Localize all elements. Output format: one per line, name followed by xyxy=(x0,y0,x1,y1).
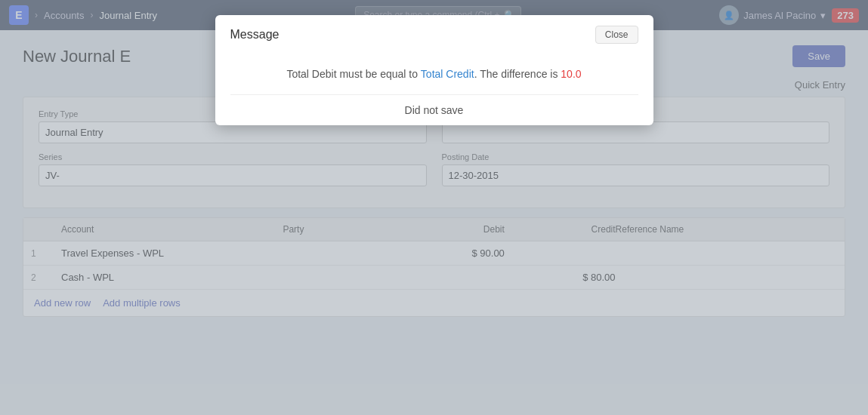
message-highlight-1: Total Credit xyxy=(421,68,474,80)
modal-message: Total Debit must be equal to Total Credi… xyxy=(230,66,638,82)
modal-footer: Did not save xyxy=(215,95,653,125)
message-modal: Message Close Total Debit must be equal … xyxy=(215,15,653,125)
modal-title: Message xyxy=(230,28,280,42)
modal-body: Total Debit must be equal to Total Credi… xyxy=(215,51,653,94)
modal-header: Message Close xyxy=(215,15,653,51)
modal-overlay: Message Close Total Debit must be equal … xyxy=(0,0,868,415)
message-highlight-2: 10.0 xyxy=(561,68,581,80)
message-text-1: Total Debit must be equal to xyxy=(286,68,420,80)
modal-close-button[interactable]: Close xyxy=(595,26,638,44)
message-text-2: . The difference is xyxy=(474,68,561,80)
did-not-save-text: Did not save xyxy=(405,104,464,116)
